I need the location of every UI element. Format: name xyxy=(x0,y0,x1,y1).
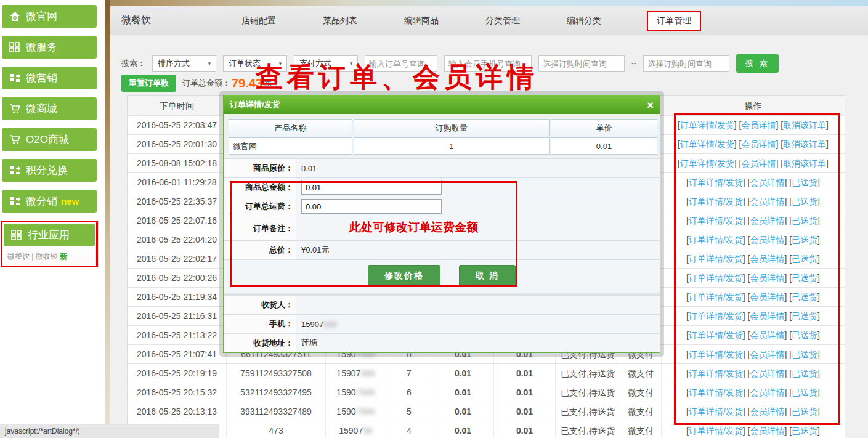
action-link-1[interactable]: 订单详情/发货 xyxy=(689,426,743,436)
action-link-2[interactable]: 会员详情 xyxy=(750,254,784,264)
action-link-3[interactable]: 已送货 xyxy=(792,330,817,340)
action-link-3[interactable]: 已送货 xyxy=(792,273,817,283)
action-link-3[interactable]: 已送货 xyxy=(792,407,817,416)
cell-order-no[interactable]: 759112493327508 xyxy=(227,364,326,383)
action-link-2[interactable]: 会员详情 xyxy=(741,158,776,168)
action-link-3[interactable]: 已送货 xyxy=(792,292,817,302)
action-link-3[interactable]: 已送货 xyxy=(792,349,817,359)
action-link-1[interactable]: 订单详情/发货 xyxy=(689,292,743,302)
reset-order-count-button[interactable]: 重置订单数 xyxy=(121,75,176,92)
action-link-2[interactable]: 会员详情 xyxy=(750,426,784,436)
action-link-2[interactable]: 会员详情 xyxy=(750,349,784,359)
action-link-1[interactable]: 订单详情/发货 xyxy=(689,177,743,187)
action-link-3[interactable]: 已送货 xyxy=(792,426,817,436)
action-link-1[interactable]: 订单详情/发货 xyxy=(689,311,743,321)
cell-actions: [订单详情/发货] [会员详情] [已送货] xyxy=(662,192,845,211)
cell-order-status: 已支付,待送货 xyxy=(556,402,620,421)
action-link-1[interactable]: 订单详情/发货 xyxy=(689,273,743,283)
action-link-1[interactable]: 订单详情/发货 xyxy=(689,216,743,225)
action-link-3[interactable]: 已送货 xyxy=(792,177,817,187)
action-link-2[interactable]: 会员详情 xyxy=(750,235,784,245)
bracket: ] xyxy=(826,120,829,130)
action-link-2[interactable]: 会员详情 xyxy=(750,197,784,206)
action-link-3[interactable]: 已送货 xyxy=(792,368,817,378)
cell-order-status: 已支付,待送货 xyxy=(556,383,620,402)
cell-actions: [订单详情/发货] [会员详情] [已送货] xyxy=(662,364,845,383)
action-link-1[interactable]: 订单详情/发货 xyxy=(689,197,743,206)
tab-6[interactable]: 订单管理 xyxy=(647,11,701,31)
action-link-3[interactable]: 已送货 xyxy=(792,197,817,206)
modal-field-row: 总价：¥0.01元 xyxy=(224,240,660,259)
phone-blurred-part: 566 xyxy=(360,368,375,378)
tab-3[interactable]: 编辑商品 xyxy=(403,12,440,30)
cell-order-no[interactable]: 532112493327495 xyxy=(227,383,326,402)
date-range-separator: -- xyxy=(631,59,636,68)
annotation-freight-edit: 此处可修改订单运费金额 xyxy=(349,219,478,235)
action-link-2[interactable]: 会员详情 xyxy=(750,407,784,416)
action-link-2[interactable]: 会员详情 xyxy=(750,368,784,378)
action-link-3[interactable]: 已送货 xyxy=(792,254,817,264)
bracket: ] xyxy=(817,273,820,283)
cancel-button[interactable]: 取 消 xyxy=(459,265,516,287)
shipping-label: 收货地址： xyxy=(224,334,296,352)
action-link-2[interactable]: 会员详情 xyxy=(741,139,776,149)
field-input-2[interactable] xyxy=(301,180,442,195)
sidebar-item-2[interactable]: 微服务 xyxy=(2,36,97,59)
sidebar-item-3[interactable]: 微营销 xyxy=(2,67,97,89)
action-link-1[interactable]: 订单详情/发货 xyxy=(680,120,734,130)
action-link-1[interactable]: 订单详情/发货 xyxy=(689,407,743,416)
sidebar-industry-sublinks[interactable]: 微餐饮 | 微收银 新 xyxy=(4,246,95,264)
action-link-1[interactable]: 订单详情/发货 xyxy=(680,139,734,149)
action-link-1[interactable]: 订单详情/发货 xyxy=(689,387,743,397)
action-link-1[interactable]: 订单详情/发货 xyxy=(689,254,743,264)
cell-order-time: 2016-05-25 20:13:13 xyxy=(128,402,227,421)
action-link-2[interactable]: 会员详情 xyxy=(750,273,784,283)
sidebar-item-1[interactable]: 微官网 xyxy=(2,5,97,28)
action-link-2[interactable]: 会员详情 xyxy=(750,216,784,225)
tab-5[interactable]: 编辑分类 xyxy=(566,12,602,30)
action-link-1[interactable]: 订单详情/发货 xyxy=(680,158,734,168)
bracket: ] xyxy=(817,197,820,206)
close-icon[interactable]: × xyxy=(647,99,654,111)
sort-mode-select[interactable]: 排序方式 ▼ xyxy=(152,55,216,72)
bracket: ] xyxy=(817,311,820,321)
tab-2[interactable]: 菜品列表 xyxy=(322,12,359,30)
action-link-3[interactable]: 取消该订单 xyxy=(783,120,826,130)
bracket: ] xyxy=(743,407,748,416)
sidebar-item-6[interactable]: 积分兑换 xyxy=(2,159,97,182)
sidebar-item-8[interactable]: 行业应用 xyxy=(4,224,95,246)
action-link-1[interactable]: 订单详情/发货 xyxy=(689,349,743,359)
action-link-3[interactable]: 已送货 xyxy=(792,235,817,245)
cell-order-time: 2016-05-25 22:35:37 xyxy=(128,192,227,211)
action-link-2[interactable]: 会员详情 xyxy=(741,120,776,130)
cell-actions: [订单详情/发货] [会员详情] [取消该订单] xyxy=(662,154,845,173)
sidebar-item-7[interactable]: 微分销new xyxy=(2,190,97,213)
sidebar-item-5[interactable]: O2O商城 xyxy=(2,128,97,151)
action-link-3[interactable]: 取消该订单 xyxy=(783,158,826,168)
action-link-2[interactable]: 会员详情 xyxy=(750,330,784,340)
cell-actions: [订单详情/发货] [会员详情] [取消该订单] xyxy=(662,116,845,135)
action-link-1[interactable]: 订单详情/发货 xyxy=(689,368,743,378)
action-link-3[interactable]: 已送货 xyxy=(792,216,817,225)
action-link-1[interactable]: 订单详情/发货 xyxy=(689,330,743,340)
cell-order-count: 5 xyxy=(386,402,432,421)
action-link-2[interactable]: 会员详情 xyxy=(750,177,784,187)
action-link-1[interactable]: 订单详情/发货 xyxy=(689,235,743,245)
cell-order-time: 2016-05-25 22:03:47 xyxy=(128,116,227,135)
order-time-end-input[interactable] xyxy=(643,55,729,72)
order-time-start-input[interactable] xyxy=(538,55,625,72)
action-link-3[interactable]: 取消该订单 xyxy=(783,139,826,149)
cell-order-no[interactable]: 473 xyxy=(227,421,326,438)
action-link-2[interactable]: 会员详情 xyxy=(750,292,784,302)
action-link-2[interactable]: 会员详情 xyxy=(750,387,784,397)
action-link-3[interactable]: 已送货 xyxy=(792,387,817,397)
sidebar-item-4[interactable]: 微商城 xyxy=(2,97,97,120)
search-button[interactable]: 搜 索 xyxy=(736,54,779,73)
action-link-3[interactable]: 已送货 xyxy=(792,311,817,321)
cell-order-no[interactable]: 393112493327489 xyxy=(227,402,326,421)
action-link-2[interactable]: 会员详情 xyxy=(750,311,784,321)
modify-price-button[interactable]: 修改价格 xyxy=(368,265,440,287)
field-input-3[interactable] xyxy=(301,199,442,214)
tab-1[interactable]: 店铺配置 xyxy=(240,12,277,30)
tab-4[interactable]: 分类管理 xyxy=(484,12,521,30)
